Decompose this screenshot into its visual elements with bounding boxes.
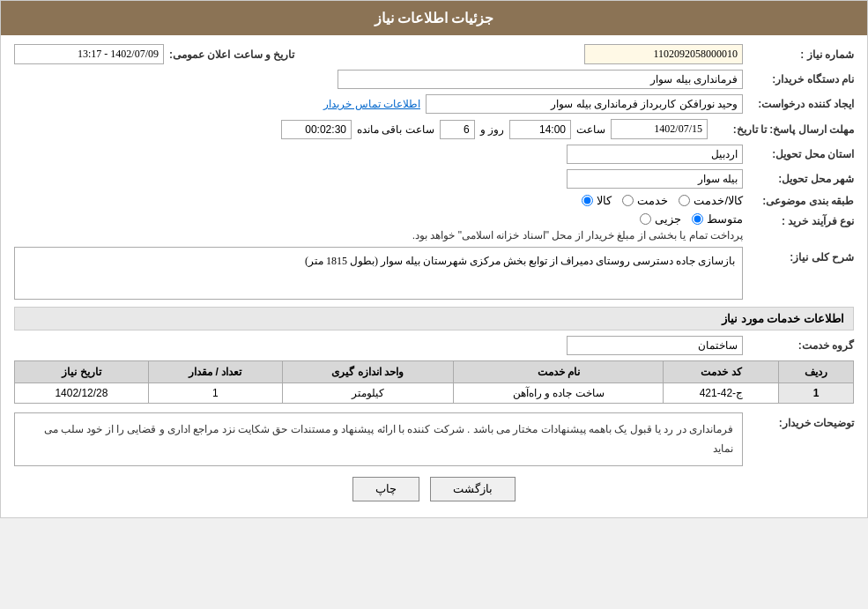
purchase-note: پرداخت تمام یا بخشی از مبلغ خریدار از مح… xyxy=(412,229,743,241)
category-option-kala-khedmat[interactable]: کالا/خدمت xyxy=(679,194,743,207)
purchase-option-motavasset-label: متوسط xyxy=(707,212,743,226)
contact-link[interactable]: اطلاعات تماس خریدار xyxy=(323,98,420,110)
province-input[interactable] xyxy=(567,145,743,164)
description-text: بازسازی جاده دسترسی روستای دمیراف از توا… xyxy=(305,255,735,267)
col-header-qty: تعداد / مقدار xyxy=(148,361,282,383)
deadline-remaining-input[interactable] xyxy=(281,120,352,139)
cell-qty: 1 xyxy=(148,383,282,404)
print-button[interactable]: چاپ xyxy=(352,477,419,501)
category-option-khedmat-label: خدمت xyxy=(637,194,668,207)
category-label: طبقه بندی موضوعی: xyxy=(748,195,854,207)
buyer-org-input[interactable] xyxy=(338,70,743,89)
buyer-desc-box: فرمانداری در رد یا قبول یک باهمه پیشنهاد… xyxy=(14,412,743,466)
back-button[interactable]: بازگشت xyxy=(430,477,516,501)
need-number-input[interactable] xyxy=(584,44,743,64)
cell-unit: کیلومتر xyxy=(282,383,453,404)
cell-date: 1402/12/28 xyxy=(15,383,149,404)
need-number-label: شماره نیاز : xyxy=(748,48,854,61)
col-header-name: نام خدمت xyxy=(454,361,664,383)
deadline-time-label: ساعت xyxy=(576,123,605,136)
category-option-kala-label: کالا xyxy=(597,194,612,207)
col-header-row: ردیف xyxy=(779,361,854,383)
city-label: شهر محل تحویل: xyxy=(748,173,854,185)
buyer-desc-label: توضیحات خریدار: xyxy=(748,412,854,429)
deadline-day-label: روز و xyxy=(480,123,504,136)
page-header: جزئیات اطلاعات نیاز xyxy=(1,1,867,35)
buyer-desc-text: فرمانداری در رد یا قبول یک باهمه پیشنهاد… xyxy=(44,423,733,455)
created-by-input[interactable] xyxy=(426,94,743,114)
announce-datetime-label: تاریخ و ساعت اعلان عمومی: xyxy=(169,48,294,61)
category-radio-group: کالا/خدمت خدمت کالا xyxy=(582,194,743,207)
purchase-type-label: نوع فرآیند خرید : xyxy=(748,212,854,227)
table-row: 1 ج-42-421 ساخت جاده و راه‌آهن کیلومتر 1… xyxy=(15,383,854,404)
col-header-date: تاریخ نیاز xyxy=(15,361,149,383)
category-radio-kala[interactable] xyxy=(582,195,593,206)
purchase-radio-motavasset[interactable] xyxy=(692,213,703,225)
category-option-kala-khedmat-label: کالا/خدمت xyxy=(694,194,743,207)
purchase-option-jozii-label: جزیی xyxy=(655,212,681,226)
button-row: بازگشت چاپ xyxy=(14,477,854,501)
category-option-kala[interactable]: کالا xyxy=(582,194,612,207)
col-header-code: کد خدمت xyxy=(664,361,779,383)
service-table: ردیف کد خدمت نام خدمت واحد اندازه گیری ت… xyxy=(14,360,854,404)
cell-name: ساخت جاده و راه‌آهن xyxy=(454,383,664,404)
deadline-label: مهلت ارسال پاسخ: تا تاریخ: xyxy=(713,123,854,136)
created-by-label: ایجاد کننده درخواست: xyxy=(748,98,854,110)
deadline-date-input[interactable] xyxy=(611,119,708,139)
description-box: بازسازی جاده دسترسی روستای دمیراف از توا… xyxy=(14,247,743,300)
col-header-unit: واحد اندازه گیری xyxy=(282,361,453,383)
announce-datetime-input[interactable] xyxy=(14,44,164,64)
deadline-time-input[interactable] xyxy=(509,120,571,139)
province-label: استان محل تحویل: xyxy=(748,148,854,160)
cell-code: ج-42-421 xyxy=(664,383,779,404)
purchase-type-radio-group: متوسط جزیی xyxy=(412,212,743,226)
cell-row-num: 1 xyxy=(779,383,854,404)
service-group-label: گروه خدمت: xyxy=(748,339,854,352)
page-title: جزئیات اطلاعات نیاز xyxy=(375,11,494,26)
category-option-khedmat[interactable]: خدمت xyxy=(622,194,668,207)
deadline-remaining-label: ساعت باقی مانده xyxy=(357,123,434,136)
purchase-option-motavasset[interactable]: متوسط xyxy=(692,212,743,226)
description-label: شرح کلی نیاز: xyxy=(748,247,854,264)
category-radio-khedmat[interactable] xyxy=(622,195,634,206)
purchase-radio-jozii[interactable] xyxy=(640,213,651,225)
category-radio-kala-khedmat[interactable] xyxy=(679,195,690,206)
city-input[interactable] xyxy=(567,169,743,189)
purchase-option-jozii[interactable]: جزیی xyxy=(640,212,681,226)
deadline-days-input[interactable] xyxy=(440,120,475,139)
buyer-org-label: نام دستگاه خریدار: xyxy=(748,73,854,85)
service-group-input[interactable] xyxy=(567,336,743,355)
service-info-title: اطلاعات خدمات مورد نیاز xyxy=(14,307,854,330)
